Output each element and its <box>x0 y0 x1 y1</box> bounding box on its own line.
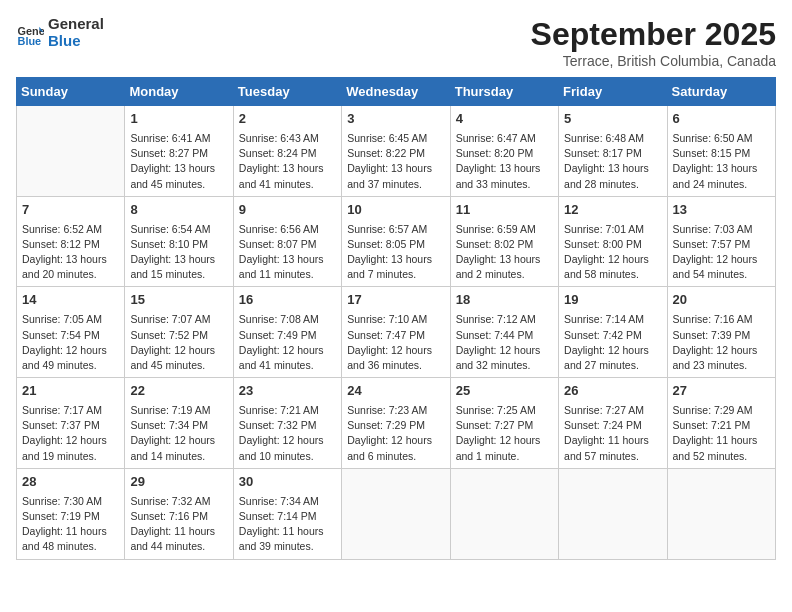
day-info: Sunrise: 7:12 AMSunset: 7:44 PMDaylight:… <box>456 312 553 373</box>
day-number: 13 <box>673 201 770 220</box>
day-number: 9 <box>239 201 336 220</box>
calendar-cell: 1Sunrise: 6:41 AMSunset: 8:27 PMDaylight… <box>125 106 233 197</box>
day-info: Sunrise: 7:29 AMSunset: 7:21 PMDaylight:… <box>673 403 770 464</box>
day-info: Sunrise: 6:54 AMSunset: 8:10 PMDaylight:… <box>130 222 227 283</box>
day-info: Sunrise: 7:34 AMSunset: 7:14 PMDaylight:… <box>239 494 336 555</box>
calendar-cell: 2Sunrise: 6:43 AMSunset: 8:24 PMDaylight… <box>233 106 341 197</box>
calendar-cell: 12Sunrise: 7:01 AMSunset: 8:00 PMDayligh… <box>559 196 667 287</box>
calendar-cell: 20Sunrise: 7:16 AMSunset: 7:39 PMDayligh… <box>667 287 775 378</box>
day-info: Sunrise: 7:19 AMSunset: 7:34 PMDaylight:… <box>130 403 227 464</box>
day-info: Sunrise: 6:52 AMSunset: 8:12 PMDaylight:… <box>22 222 119 283</box>
calendar-cell: 9Sunrise: 6:56 AMSunset: 8:07 PMDaylight… <box>233 196 341 287</box>
calendar-cell: 26Sunrise: 7:27 AMSunset: 7:24 PMDayligh… <box>559 378 667 469</box>
day-info: Sunrise: 6:50 AMSunset: 8:15 PMDaylight:… <box>673 131 770 192</box>
calendar-cell: 4Sunrise: 6:47 AMSunset: 8:20 PMDaylight… <box>450 106 558 197</box>
day-number: 22 <box>130 382 227 401</box>
day-of-week-header: Thursday <box>450 78 558 106</box>
day-of-week-header: Monday <box>125 78 233 106</box>
logo: General Blue General Blue <box>16 16 104 49</box>
calendar-cell: 18Sunrise: 7:12 AMSunset: 7:44 PMDayligh… <box>450 287 558 378</box>
calendar-cell <box>667 468 775 559</box>
day-number: 29 <box>130 473 227 492</box>
day-number: 30 <box>239 473 336 492</box>
calendar-cell: 7Sunrise: 6:52 AMSunset: 8:12 PMDaylight… <box>17 196 125 287</box>
day-number: 24 <box>347 382 444 401</box>
calendar-week-row: 1Sunrise: 6:41 AMSunset: 8:27 PMDaylight… <box>17 106 776 197</box>
day-info: Sunrise: 7:27 AMSunset: 7:24 PMDaylight:… <box>564 403 661 464</box>
day-info: Sunrise: 7:08 AMSunset: 7:49 PMDaylight:… <box>239 312 336 373</box>
day-info: Sunrise: 7:07 AMSunset: 7:52 PMDaylight:… <box>130 312 227 373</box>
calendar-week-row: 21Sunrise: 7:17 AMSunset: 7:37 PMDayligh… <box>17 378 776 469</box>
day-of-week-header: Wednesday <box>342 78 450 106</box>
day-of-week-header: Tuesday <box>233 78 341 106</box>
day-number: 19 <box>564 291 661 310</box>
day-info: Sunrise: 6:56 AMSunset: 8:07 PMDaylight:… <box>239 222 336 283</box>
calendar-cell: 3Sunrise: 6:45 AMSunset: 8:22 PMDaylight… <box>342 106 450 197</box>
day-info: Sunrise: 7:03 AMSunset: 7:57 PMDaylight:… <box>673 222 770 283</box>
day-number: 11 <box>456 201 553 220</box>
day-info: Sunrise: 6:48 AMSunset: 8:17 PMDaylight:… <box>564 131 661 192</box>
month-title: September 2025 <box>531 16 776 53</box>
calendar-cell: 28Sunrise: 7:30 AMSunset: 7:19 PMDayligh… <box>17 468 125 559</box>
day-number: 7 <box>22 201 119 220</box>
calendar-week-row: 14Sunrise: 7:05 AMSunset: 7:54 PMDayligh… <box>17 287 776 378</box>
calendar-cell <box>17 106 125 197</box>
day-info: Sunrise: 7:14 AMSunset: 7:42 PMDaylight:… <box>564 312 661 373</box>
day-info: Sunrise: 7:16 AMSunset: 7:39 PMDaylight:… <box>673 312 770 373</box>
day-number: 26 <box>564 382 661 401</box>
calendar-cell <box>342 468 450 559</box>
day-info: Sunrise: 6:59 AMSunset: 8:02 PMDaylight:… <box>456 222 553 283</box>
calendar-cell: 24Sunrise: 7:23 AMSunset: 7:29 PMDayligh… <box>342 378 450 469</box>
calendar-table: SundayMondayTuesdayWednesdayThursdayFrid… <box>16 77 776 560</box>
calendar-cell: 16Sunrise: 7:08 AMSunset: 7:49 PMDayligh… <box>233 287 341 378</box>
logo-line2: Blue <box>48 33 104 50</box>
day-info: Sunrise: 6:41 AMSunset: 8:27 PMDaylight:… <box>130 131 227 192</box>
day-info: Sunrise: 7:25 AMSunset: 7:27 PMDaylight:… <box>456 403 553 464</box>
calendar-cell: 10Sunrise: 6:57 AMSunset: 8:05 PMDayligh… <box>342 196 450 287</box>
day-info: Sunrise: 7:30 AMSunset: 7:19 PMDaylight:… <box>22 494 119 555</box>
day-info: Sunrise: 7:32 AMSunset: 7:16 PMDaylight:… <box>130 494 227 555</box>
calendar-cell: 22Sunrise: 7:19 AMSunset: 7:34 PMDayligh… <box>125 378 233 469</box>
calendar-cell: 15Sunrise: 7:07 AMSunset: 7:52 PMDayligh… <box>125 287 233 378</box>
day-info: Sunrise: 7:10 AMSunset: 7:47 PMDaylight:… <box>347 312 444 373</box>
calendar-cell: 5Sunrise: 6:48 AMSunset: 8:17 PMDaylight… <box>559 106 667 197</box>
day-info: Sunrise: 6:47 AMSunset: 8:20 PMDaylight:… <box>456 131 553 192</box>
calendar-week-row: 7Sunrise: 6:52 AMSunset: 8:12 PMDaylight… <box>17 196 776 287</box>
calendar-cell: 25Sunrise: 7:25 AMSunset: 7:27 PMDayligh… <box>450 378 558 469</box>
day-number: 1 <box>130 110 227 129</box>
day-number: 17 <box>347 291 444 310</box>
calendar-cell: 11Sunrise: 6:59 AMSunset: 8:02 PMDayligh… <box>450 196 558 287</box>
logo-icon: General Blue <box>16 19 44 47</box>
day-number: 6 <box>673 110 770 129</box>
calendar-week-row: 28Sunrise: 7:30 AMSunset: 7:19 PMDayligh… <box>17 468 776 559</box>
calendar-cell: 14Sunrise: 7:05 AMSunset: 7:54 PMDayligh… <box>17 287 125 378</box>
day-number: 12 <box>564 201 661 220</box>
calendar-cell: 13Sunrise: 7:03 AMSunset: 7:57 PMDayligh… <box>667 196 775 287</box>
calendar-cell: 6Sunrise: 6:50 AMSunset: 8:15 PMDaylight… <box>667 106 775 197</box>
day-number: 14 <box>22 291 119 310</box>
day-number: 8 <box>130 201 227 220</box>
day-number: 28 <box>22 473 119 492</box>
day-number: 15 <box>130 291 227 310</box>
day-number: 5 <box>564 110 661 129</box>
day-number: 10 <box>347 201 444 220</box>
calendar-cell <box>559 468 667 559</box>
page-header: General Blue General Blue September 2025… <box>16 16 776 69</box>
day-of-week-header: Saturday <box>667 78 775 106</box>
calendar-body: 1Sunrise: 6:41 AMSunset: 8:27 PMDaylight… <box>17 106 776 560</box>
day-number: 25 <box>456 382 553 401</box>
calendar-cell: 30Sunrise: 7:34 AMSunset: 7:14 PMDayligh… <box>233 468 341 559</box>
title-block: September 2025 Terrace, British Columbia… <box>531 16 776 69</box>
svg-text:Blue: Blue <box>18 35 42 47</box>
day-number: 4 <box>456 110 553 129</box>
day-info: Sunrise: 7:01 AMSunset: 8:00 PMDaylight:… <box>564 222 661 283</box>
calendar-cell: 8Sunrise: 6:54 AMSunset: 8:10 PMDaylight… <box>125 196 233 287</box>
day-info: Sunrise: 7:17 AMSunset: 7:37 PMDaylight:… <box>22 403 119 464</box>
calendar-header-row: SundayMondayTuesdayWednesdayThursdayFrid… <box>17 78 776 106</box>
calendar-cell: 23Sunrise: 7:21 AMSunset: 7:32 PMDayligh… <box>233 378 341 469</box>
logo-line1: General <box>48 16 104 33</box>
day-number: 23 <box>239 382 336 401</box>
day-info: Sunrise: 6:43 AMSunset: 8:24 PMDaylight:… <box>239 131 336 192</box>
day-number: 20 <box>673 291 770 310</box>
day-info: Sunrise: 6:57 AMSunset: 8:05 PMDaylight:… <box>347 222 444 283</box>
